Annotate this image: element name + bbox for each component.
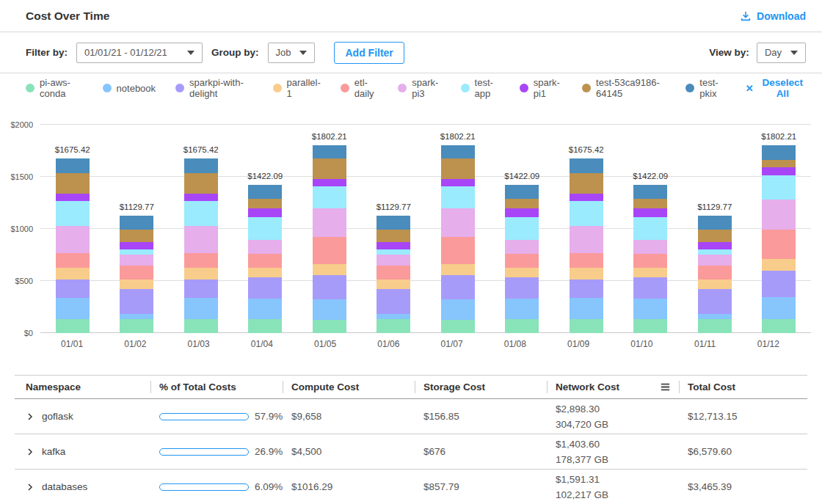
legend-item-test-53ca9186-64145[interactable]: test-53ca9186-64145: [582, 77, 666, 99]
storage-cost-value: $857.79: [415, 481, 547, 492]
bar-segment-parallel-1: [184, 268, 218, 280]
legend-item-pi-aws-conda[interactable]: pi-aws-conda: [26, 77, 83, 99]
bar-segment-spark-pi3: [313, 208, 346, 237]
bar-segment-pi-aws-conda: [377, 319, 410, 333]
bar-segment-test-app: [56, 201, 90, 226]
bar-stack: [698, 216, 732, 333]
deselect-all-button[interactable]: ✕ Deselect All: [746, 77, 806, 99]
bar-segment-notebook: [377, 314, 410, 319]
legend-item-spark-pi1[interactable]: spark-pi1: [520, 77, 562, 99]
table-row-goflask: goflask 57.9% $9,658 $156.85 $2,898.30 3…: [15, 399, 807, 434]
total-cost-value: $12,713.15: [679, 411, 807, 422]
bar-segment-sparkpi-with-delight: [633, 277, 667, 299]
namespace-cost-table: Namespace % of Total Costs Compute Cost …: [15, 375, 807, 504]
legend-item-label: test-pkix: [699, 77, 725, 99]
bar-total-label: $1675.42: [569, 145, 604, 154]
bar-01/09: $1675.42: [554, 125, 619, 333]
column-header-network-label: Network Cost: [556, 381, 619, 392]
bar-total-label: $1675.42: [55, 145, 90, 154]
view-by-label: View by:: [709, 47, 749, 58]
download-icon: [740, 10, 752, 22]
legend-item-etl-daily[interactable]: etl-daily: [341, 77, 378, 99]
bar-segment-spark-pi3: [633, 240, 667, 254]
x-axis-tick-label: 01/02: [103, 339, 167, 349]
legend-item-test-pkix[interactable]: test-pkix: [685, 77, 725, 99]
caret-down-icon: [187, 51, 194, 55]
namespace-label: goflask: [42, 411, 73, 422]
y-axis-tick-label: $500: [15, 277, 33, 285]
expand-row-button[interactable]: [26, 412, 34, 421]
hamburger-icon[interactable]: [659, 381, 672, 393]
bar-segment-test-pkix: [698, 216, 732, 230]
column-header-total: Total Cost: [679, 376, 807, 398]
bar-segment-test-app: [505, 217, 539, 240]
table-row-kafka: kafka 26.9% $4,500 $676 $1,403.60 178,37…: [15, 434, 807, 470]
bar-stack: [377, 216, 410, 333]
view-by-value: Day: [765, 47, 782, 58]
expand-row-button[interactable]: [26, 483, 34, 492]
x-axis-tick-label: 01/07: [421, 339, 484, 349]
bar-segment-etl-daily: [313, 237, 346, 264]
bar-total-label: $1129.77: [377, 202, 411, 211]
legend-item-label: test-app: [475, 77, 500, 99]
add-filter-button[interactable]: Add Filter: [334, 42, 404, 64]
bar-segment-parallel-1: [505, 268, 539, 277]
bar-01/11: $1129.77: [683, 125, 747, 333]
cost-chart: $0$500$1000$1500$2000 $1675.42$1129.77$1…: [0, 103, 822, 349]
bar-stack: [505, 185, 539, 333]
legend-item-label: spark-pi1: [534, 77, 562, 99]
bar-segment-test-53ca9186-64145: [184, 173, 218, 194]
bar-segment-notebook: [248, 299, 282, 320]
bar-stack: [570, 158, 603, 333]
bar-segment-parallel-1: [248, 268, 282, 277]
bar-segment-notebook: [56, 298, 90, 320]
group-by-select[interactable]: Job: [268, 43, 316, 63]
download-button[interactable]: Download: [740, 10, 806, 22]
bar-segment-etl-daily: [377, 266, 410, 280]
bar-segment-pi-aws-conda: [505, 319, 539, 333]
bar-segment-test-pkix: [441, 145, 475, 158]
legend-item-label: pi-aws-conda: [40, 77, 83, 99]
x-axis-tick-label: 01/12: [737, 339, 800, 349]
table-row-databases: databases 6.09% $1016.29 $857.79 $1,591.…: [15, 470, 807, 504]
bar-segment-test-pkix: [313, 145, 346, 158]
bar-segment-notebook: [441, 299, 475, 320]
bar-segment-test-53ca9186-64145: [505, 199, 539, 208]
bar-segment-sparkpi-with-delight: [56, 280, 90, 298]
filter-bar: Filter by: 01/01/21 - 01/12/21 Group by:…: [0, 32, 822, 73]
date-range-select[interactable]: 01/01/21 - 01/12/21: [76, 43, 203, 63]
bar-segment-sparkpi-with-delight: [505, 277, 539, 299]
bar-segment-parallel-1: [377, 280, 410, 289]
legend-item-parallel-1[interactable]: parallel-1: [273, 77, 321, 99]
bar-segment-spark-pi3: [570, 226, 603, 253]
chart-bars: $1675.42$1129.77$1675.42$1422.09$1802.21…: [40, 125, 811, 333]
bar-segment-test-53ca9186-64145: [633, 199, 667, 208]
group-by-value: Job: [276, 47, 291, 58]
legend-dot-icon: [461, 84, 470, 92]
bar-segment-parallel-1: [313, 264, 346, 275]
bar-segment-spark-pi1: [184, 194, 218, 201]
legend-item-spark-pi3[interactable]: spark-pi3: [398, 77, 440, 99]
column-header-namespace: Namespace: [15, 376, 150, 398]
bar-segment-notebook: [762, 297, 796, 319]
bar-segment-sparkpi-with-delight: [570, 280, 603, 298]
bar-segment-test-app: [313, 186, 346, 208]
bar-segment-test-app: [570, 201, 603, 226]
bar-segment-test-pkix: [248, 185, 282, 199]
legend-item-sparkpi-with-delight[interactable]: sparkpi-with-delight: [175, 77, 253, 99]
bar-total-label: $1675.42: [183, 145, 219, 154]
bar-segment-test-app: [248, 217, 282, 240]
view-by-select[interactable]: Day: [757, 43, 806, 63]
progress-bar: [159, 448, 249, 456]
bar-total-label: $1422.09: [247, 172, 283, 180]
expand-row-button[interactable]: [26, 448, 34, 456]
bar-segment-sparkpi-with-delight: [313, 275, 346, 300]
bar-segment-spark-pi3: [56, 226, 90, 253]
table-header-row: Namespace % of Total Costs Compute Cost …: [15, 375, 807, 399]
network-cost-value: $1,403.60: [556, 437, 679, 452]
legend-item-notebook[interactable]: notebook: [103, 83, 156, 94]
bar-segment-sparkpi-with-delight: [441, 275, 475, 300]
legend-item-test-app[interactable]: test-app: [461, 77, 500, 99]
legend-dot-icon: [685, 84, 694, 92]
bar-segment-spark-pi3: [184, 226, 218, 253]
